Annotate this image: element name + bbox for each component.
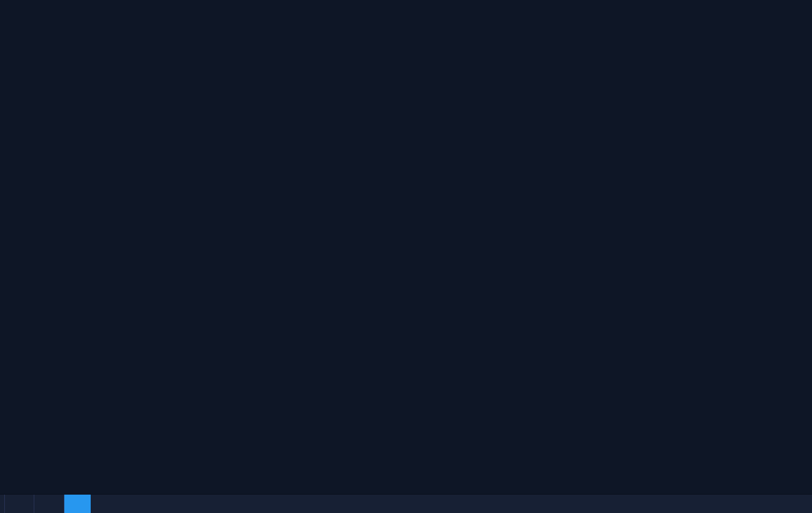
pagination-bar: [0, 494, 812, 513]
page-button-1[interactable]: [64, 495, 91, 513]
next-page-button[interactable]: [34, 495, 64, 513]
prev-page-button[interactable]: [4, 495, 34, 513]
sidebar-collapse-handle[interactable]: [0, 254, 7, 270]
